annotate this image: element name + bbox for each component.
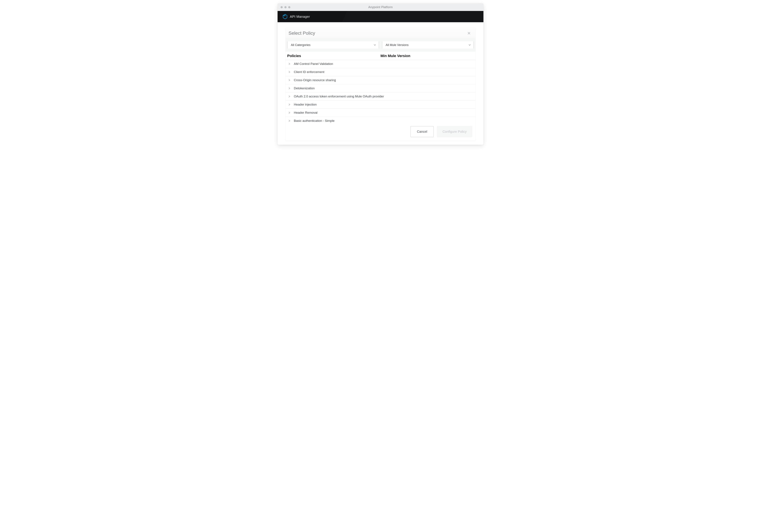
policy-name: Header injection bbox=[294, 103, 317, 106]
policy-row[interactable]: AM Control Panel Validation bbox=[286, 60, 475, 68]
window-zoom-dot[interactable] bbox=[288, 6, 290, 8]
app-title: API Manager bbox=[290, 15, 310, 19]
chevron-down-icon bbox=[374, 44, 376, 46]
policy-name: Header Removal bbox=[294, 111, 318, 115]
policy-row[interactable]: OAuth 2.0 access token enforcement using… bbox=[286, 92, 475, 101]
policy-row[interactable]: Client ID enforcement bbox=[286, 68, 475, 76]
cancel-button-label: Cancel bbox=[417, 130, 427, 133]
app-window: Anypoint Platform API Manager Select Pol… bbox=[277, 3, 484, 145]
policy-row[interactable]: Header Removal bbox=[286, 109, 475, 117]
chevron-right-icon bbox=[288, 112, 291, 114]
column-min-version: Min Mule Version bbox=[380, 54, 474, 58]
category-select-value: All Catergories bbox=[291, 43, 311, 47]
panel-footer: Cancel Configure Policy bbox=[286, 125, 475, 141]
chevron-right-icon bbox=[288, 103, 291, 106]
column-policies: Policies bbox=[287, 54, 380, 58]
close-icon[interactable] bbox=[467, 31, 471, 35]
policy-row[interactable]: Detokenization bbox=[286, 84, 475, 92]
panel-title: Select Policy bbox=[289, 30, 315, 36]
cancel-button[interactable]: Cancel bbox=[410, 126, 434, 137]
app-header: API Manager bbox=[277, 11, 484, 22]
chevron-right-icon bbox=[288, 79, 291, 81]
list-header: Policies Min Mule Version bbox=[286, 51, 475, 60]
policy-row[interactable]: Cross-Origin resource sharing bbox=[286, 76, 475, 84]
chevron-right-icon bbox=[288, 63, 291, 65]
panel-header: Select Policy bbox=[286, 28, 475, 39]
window-titlebar: Anypoint Platform bbox=[277, 3, 484, 11]
chevron-right-icon bbox=[288, 87, 291, 89]
policy-name: Cross-Origin resource sharing bbox=[294, 78, 336, 82]
chevron-down-icon bbox=[468, 44, 471, 46]
configure-policy-button[interactable]: Configure Policy bbox=[437, 126, 472, 137]
anypoint-logo-icon bbox=[283, 14, 287, 19]
chevron-right-icon bbox=[288, 95, 291, 98]
window-title: Anypoint Platform bbox=[277, 6, 484, 9]
mule-version-select[interactable]: All Mule Versions bbox=[382, 41, 474, 49]
mule-version-select-value: All Mule Versions bbox=[386, 43, 409, 47]
policy-name: OAuth 2.0 access token enforcement using… bbox=[294, 95, 384, 98]
window-controls bbox=[280, 6, 290, 8]
select-policy-panel: Select Policy All Catergories All Mule V… bbox=[286, 28, 475, 141]
window-minimize-dot[interactable] bbox=[284, 6, 287, 8]
policy-row[interactable]: Header injection bbox=[286, 101, 475, 109]
filters-row: All Catergories All Mule Versions bbox=[286, 39, 475, 51]
policy-list: AM Control Panel ValidationClient ID enf… bbox=[286, 60, 475, 125]
policy-row[interactable]: Basic authentication - Simple bbox=[286, 117, 475, 125]
policy-name: Basic authentication - Simple bbox=[294, 119, 334, 123]
policy-name: AM Control Panel Validation bbox=[294, 62, 333, 66]
category-select[interactable]: All Catergories bbox=[287, 41, 379, 49]
window-close-dot[interactable] bbox=[280, 6, 283, 8]
chevron-right-icon bbox=[288, 71, 291, 73]
chevron-right-icon bbox=[288, 120, 291, 122]
content-area: Select Policy All Catergories All Mule V… bbox=[277, 22, 484, 145]
policy-name: Client ID enforcement bbox=[294, 70, 324, 74]
configure-policy-button-label: Configure Policy bbox=[442, 130, 467, 133]
policy-name: Detokenization bbox=[294, 86, 315, 90]
